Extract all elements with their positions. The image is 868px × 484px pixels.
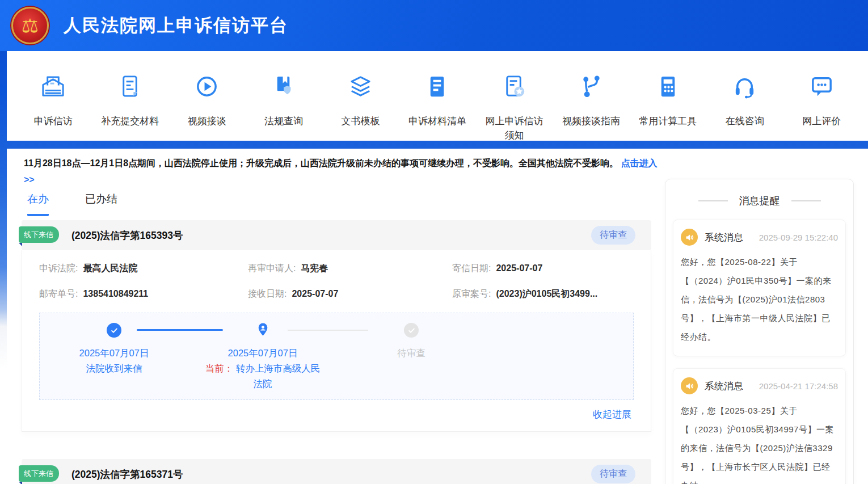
case-number: (2025)法信字第165371号 [71,468,183,481]
checklist-icon [424,73,450,102]
calculator-icon [655,73,681,102]
nav-item-materials-checklist[interactable]: 申诉材料清单 [399,51,475,141]
current-marker: 当前： [205,363,234,373]
headset-icon [731,73,758,102]
tab-in-progress[interactable]: 在办 [27,192,49,216]
site-title: 人民法院网上申诉信访平台 [64,14,288,37]
speaker-icon [681,377,698,394]
timeline-step-text: 待审查 [337,346,486,361]
nav-item-online-consult[interactable]: 在线咨询 [706,51,783,141]
case-tabs: 在办 已办结 [27,192,117,216]
notice-doc-star-icon [501,73,528,102]
field-mail-date: 寄信日期:2025-07-07 [452,263,634,275]
message-header: 系统消息 2025-09-29 15:22:40 [681,229,838,246]
case-card-body: 申诉法院:最高人民法院 再审申请人:马宪春 寄信日期:2025-07-07 邮寄… [22,250,651,432]
feedback-bubble-icon [808,73,835,102]
progress-timeline: 2025年07月07日 法院收到来信 2025年07月07日 当前： 转办上海市… [39,313,634,400]
scales-icon: ⚖ [22,16,39,35]
case-number: (2025)法信字第165393号 [71,229,183,242]
system-notice: 11月28日18点—12月1日8点期间，山西法院停止使用；升级完成后，山西法院升… [24,155,658,188]
message-body: 您好，您【2025-08-22】关于【（2024）沪01民申350号】一案的来信… [681,252,838,346]
nav-item-video-interview[interactable]: 视频接谈 [168,51,245,141]
offline-letter-tag: 线下来信 [19,465,59,482]
nav-item-calculator-tools[interactable]: 常用计算工具 [630,51,706,141]
field-retrial-applicant: 再审申请人:马宪春 [248,263,452,275]
message-time: 2025-04-21 17:24:58 [759,381,838,391]
case-card-2: 线下来信 (2025)法信字第165371号 待审查 [22,459,651,484]
nav-item-video-guide[interactable]: 视频接谈指南 [553,51,629,141]
case-list: 线下来信 (2025)法信字第165393号 待审查 申诉法院:最高人民法院 再… [22,220,651,484]
title-dash-left [698,200,728,201]
main-panel: 11月28日18点—12月1日8点期间，山西法院停止使用；升级完成后，山西法院升… [7,149,868,484]
collapse-progress-link[interactable]: 收起进展 [39,408,634,421]
message-header: 系统消息 2025-04-21 17:24:58 [681,377,838,394]
court-emblem-logo: ⚖ [11,7,49,44]
timeline-step-text: 2025年07月07日 法院收到来信 [40,346,188,376]
case-card-header: 线下来信 (2025)法信字第165371号 待审查 [22,459,651,484]
top-header: ⚖ 人民法院网上申诉信访平台 [0,0,868,51]
speaker-icon [681,229,698,246]
nav-item-online-review[interactable]: 网上评价 [783,51,860,141]
nav-item-petition-notice[interactable]: 网上申诉信访须知 [476,51,553,141]
check-circle-pending-icon [404,323,419,338]
case-card-header: 线下来信 (2025)法信字第165393号 待审查 [22,220,651,250]
message-title: 系统消息 [705,231,743,244]
field-petition-court: 申诉法院:最高人民法院 [39,263,248,275]
document-icon [117,73,144,102]
offline-letter-tag: 线下来信 [19,226,59,243]
branch-icon [578,73,604,102]
main-navbar: 申诉信访 补充提交材料 视频接谈 法规查询 文书模板 申诉材料清单 网上申诉信访… [7,51,868,141]
status-badge: 待审查 [591,226,635,245]
timeline-step-current: 2025年07月07日 当前： 转办上海市高级人民法院 [188,322,337,392]
video-play-icon [193,73,220,102]
law-book-shield-icon [271,73,297,102]
case-fields: 申诉法院:最高人民法院 再审申请人:马宪春 寄信日期:2025-07-07 邮寄… [39,263,634,300]
timeline-step-text: 2025年07月07日 当前： 转办上海市高级人民法院 [188,346,337,392]
message-body: 您好，您【2025-03-25】关于【（2023）沪0105民初34997号】一… [681,401,838,484]
nav-item-document-templates[interactable]: 文书模板 [322,51,399,141]
nav-item-supplement-materials[interactable]: 补充提交材料 [91,51,168,141]
message-item-2[interactable]: 系统消息 2025-04-21 17:24:58 您好，您【2025-03-25… [673,368,846,484]
location-pin-icon [256,322,270,339]
notice-text: 11月28日18点—12月1日8点期间，山西法院停止使用；升级完成后，山西法院升… [24,158,618,168]
timeline-step-pending-review: 待审查 [337,322,486,392]
field-receive-date: 接收日期:2025-07-07 [248,288,452,300]
check-circle-icon [107,323,121,338]
message-sidebar: 消息提醒 系统消息 2025-09-29 15:22:40 您好，您【2025-… [665,179,854,484]
nav-item-law-search[interactable]: 法规查询 [245,51,322,141]
status-badge: 待审查 [591,465,635,483]
message-time: 2025-09-29 15:22:40 [759,233,838,242]
case-card-1: 线下来信 (2025)法信字第165393号 待审查 申诉法院:最高人民法院 再… [22,220,651,432]
title-dash-right [791,200,821,201]
message-title: 系统消息 [705,380,743,393]
nav-item-petition[interactable]: 申诉信访 [15,51,91,141]
field-original-case-number: 原审案号:(2023)沪0105民初3499... [452,288,634,300]
sidebar-title-row: 消息提醒 [673,194,846,208]
tab-completed[interactable]: 已办结 [85,192,117,216]
page: ⚖ 人民法院网上申诉信访平台 申诉信访 补充提交材料 视频接谈 法规查询 文书模… [0,0,868,484]
layers-icon [347,73,374,102]
timeline-step-received: 2025年07月07日 法院收到来信 [40,322,188,392]
sidebar-title: 消息提醒 [739,194,780,208]
field-tracking-number: 邮寄单号:1385410849211 [39,288,248,300]
mail-icon [40,73,66,102]
message-item-1[interactable]: 系统消息 2025-09-29 15:22:40 您好，您【2025-08-22… [673,220,846,356]
